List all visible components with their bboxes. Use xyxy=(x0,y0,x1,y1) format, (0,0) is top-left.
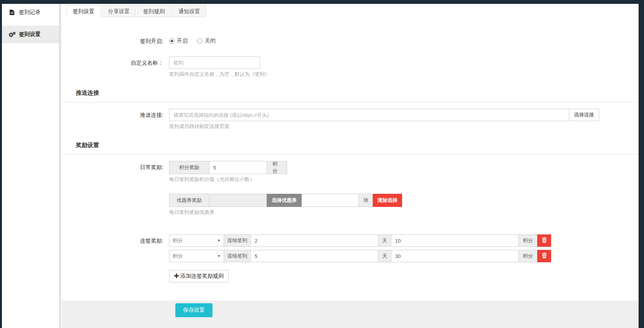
continuous-checkin-addon: 连续签到 xyxy=(224,234,251,247)
app-window: 签到记录 xyxy=(0,0,644,328)
coupon-unit-addon: 张 xyxy=(358,194,373,207)
sidebar-item-label: 签到设置 xyxy=(19,31,41,38)
coupon-reward-row: 优惠券奖励 选择优惠券 张 清除选择 每日签到奖励优惠券 xyxy=(62,194,639,216)
add-streak-rule-label: 添加连签奖励规则 xyxy=(180,273,224,280)
reward-type-value: 积分 xyxy=(173,253,183,260)
custom-name-input[interactable] xyxy=(169,56,260,69)
radio-off[interactable] xyxy=(197,38,202,44)
coupon-reward-group: 优惠券奖励 选择优惠券 张 清除选择 xyxy=(169,194,404,207)
reward-type-select[interactable]: 积分 ▼ xyxy=(169,234,224,247)
gears-icon xyxy=(9,32,15,38)
tab-checkin-settings[interactable]: 签到设置 xyxy=(67,5,101,17)
sidebar: 签到记录 xyxy=(2,4,59,328)
push-section-title: 推送连接 xyxy=(62,89,639,102)
streak-days-input[interactable] xyxy=(250,250,379,262)
reward-type-select[interactable]: 积分 ▼ xyxy=(169,250,224,262)
points-unit-addon: 积分 xyxy=(518,250,538,262)
save-settings-button[interactable]: 保存设置 xyxy=(175,303,212,317)
continuous-checkin-addon: 连续签到 xyxy=(224,250,251,262)
coupon-name-input xyxy=(209,194,267,207)
radio-on-label[interactable]: 开启 xyxy=(177,38,188,44)
day-unit-addon: 天 xyxy=(378,250,391,262)
clear-coupon-button[interactable]: 清除选择 xyxy=(373,194,402,207)
streak-rule-row: 积分 ▼ 连续签到 天 积分 xyxy=(169,250,551,262)
push-link-help: 签到成功跳转制定连接页面 xyxy=(169,123,639,130)
points-reward-addon: 积分奖励 xyxy=(169,161,209,174)
trash-icon xyxy=(542,237,547,244)
push-link-label: 推送连接: xyxy=(62,109,169,121)
points-unit-addon: 积分 xyxy=(267,161,287,174)
streak-amount-input[interactable] xyxy=(391,234,519,247)
select-coupon-button[interactable]: 选择优惠券 xyxy=(267,194,302,207)
main-content: 签到设置 分享设置 签到规则 通知设置 签到开启: 开启 关闭 xyxy=(62,4,639,328)
enable-row: 签到开启: 开启 关闭 xyxy=(62,35,639,47)
daily-reward-group: 积分奖励 积分 xyxy=(169,161,288,174)
coupon-count-input[interactable] xyxy=(301,194,359,207)
reward-section-title: 奖励设置 xyxy=(62,142,639,155)
streak-amount-input[interactable] xyxy=(391,250,519,262)
add-streak-rule-button[interactable]: 添加连签奖励规则 xyxy=(169,270,229,282)
sidebar-divider xyxy=(59,4,62,328)
delete-rule-button[interactable] xyxy=(537,250,551,262)
streak-days-input[interactable] xyxy=(250,234,379,247)
file-icon xyxy=(9,10,15,15)
tab-notify-settings[interactable]: 通知设置 xyxy=(172,5,206,17)
tab-bar: 签到设置 分享设置 签到规则 通知设置 xyxy=(67,5,639,17)
custom-name-help: 签到插件自定义名称，为空，默认为《签到》 xyxy=(169,71,639,78)
tab-checkin-rules[interactable]: 签到规则 xyxy=(137,5,171,17)
push-link-row: 推送连接: 选择连接 签到成功跳转制定连接页面 xyxy=(62,109,639,130)
plus-icon xyxy=(174,273,179,279)
custom-name-row: 自定义名称： 签到插件自定义名称，为空，默认为《签到》 xyxy=(62,56,639,78)
enable-radio-group: 开启 关闭 xyxy=(169,35,639,47)
sidebar-item-checkin-records[interactable]: 签到记录 xyxy=(2,5,59,20)
sidebar-item-checkin-settings[interactable]: 签到设置 xyxy=(2,26,59,43)
push-link-group: 选择连接 xyxy=(169,109,599,121)
coupon-reward-addon: 优惠券奖励 xyxy=(169,194,209,207)
right-frame-edge xyxy=(639,4,644,328)
daily-reward-help: 每日签到奖励积分值（允许两位小数） xyxy=(169,176,639,183)
streak-reward-label: 连签奖励: xyxy=(62,234,169,247)
day-unit-addon: 天 xyxy=(378,234,391,247)
sidebar-item-label: 签到记录 xyxy=(19,9,41,16)
coupon-reward-help: 每日签到奖励优惠券 xyxy=(169,209,639,216)
reward-type-value: 积分 xyxy=(173,237,183,244)
top-frame-bar xyxy=(0,0,644,4)
enable-label: 签到开启: xyxy=(62,35,169,47)
push-link-input[interactable] xyxy=(169,109,569,121)
daily-reward-label: 日常奖励: xyxy=(62,161,169,173)
form-footer: 保存设置 xyxy=(62,301,639,328)
trash-icon xyxy=(542,253,547,260)
pick-link-button[interactable]: 选择连接 xyxy=(569,109,599,121)
daily-points-input[interactable] xyxy=(209,161,267,174)
caret-down-icon: ▼ xyxy=(217,239,221,243)
settings-form: 签到开启: 开启 关闭 自定义名称： 签到插件自定义名称，为空，默认为《签到》 xyxy=(62,35,639,282)
caret-down-icon: ▼ xyxy=(217,254,221,258)
radio-off-label[interactable]: 关闭 xyxy=(205,38,216,44)
streak-reward-row: 连签奖励: 积分 ▼ 连续签到 天 积分 xyxy=(62,234,639,282)
delete-rule-button[interactable] xyxy=(537,234,551,247)
custom-name-label: 自定义名称： xyxy=(62,56,169,69)
tab-share-settings[interactable]: 分享设置 xyxy=(102,5,136,17)
points-unit-addon: 积分 xyxy=(518,234,538,247)
daily-reward-row: 日常奖励: 积分奖励 积分 每日签到奖励积分值（允许两位小数） xyxy=(62,161,639,183)
radio-on[interactable] xyxy=(169,38,175,44)
streak-rule-row: 积分 ▼ 连续签到 天 积分 xyxy=(169,234,551,247)
